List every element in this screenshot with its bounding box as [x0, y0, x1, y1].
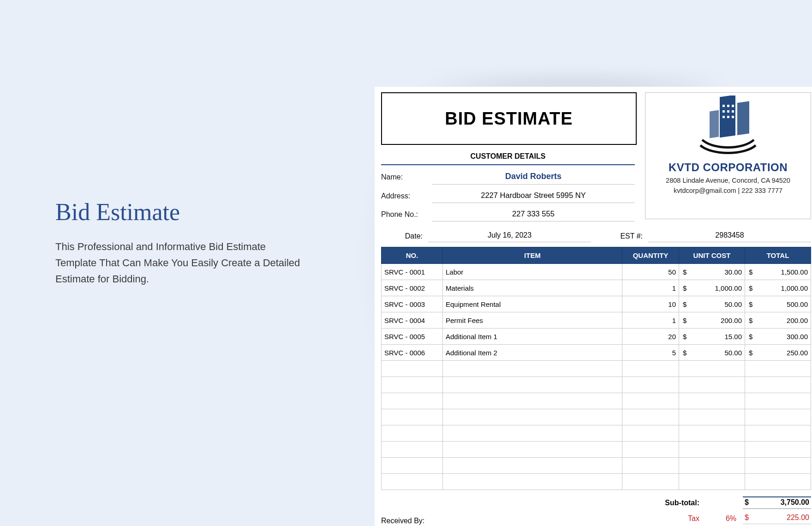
- table-row-empty: [382, 474, 811, 490]
- col-item: ITEM: [443, 247, 622, 264]
- subtotal-value: 3,750.00: [781, 498, 809, 507]
- cell-qty: 5: [622, 345, 679, 361]
- cell-total: $1,500.00: [745, 264, 811, 280]
- table-row-empty: [382, 442, 811, 458]
- col-qty: QUANTITY: [622, 247, 679, 264]
- svg-rect-6: [722, 110, 725, 113]
- customer-header: CUSTOMER DETAILS: [381, 149, 635, 165]
- svg-rect-7: [727, 110, 729, 113]
- cell-qty: 10: [622, 296, 679, 312]
- table-row: SRVC - 0003Equipment Rental10$50.00$500.…: [382, 296, 811, 312]
- label-received: Received By:: [381, 517, 424, 525]
- customer-details: CUSTOMER DETAILS Name: David Roberts Add…: [381, 149, 635, 221]
- currency: $: [745, 514, 749, 522]
- table-row-empty: [382, 458, 811, 474]
- cell-no: SRVC - 0003: [382, 296, 443, 312]
- promo-description: This Professional and Informative Bid Es…: [55, 239, 304, 287]
- svg-rect-2: [710, 110, 719, 138]
- currency: $: [745, 498, 749, 507]
- cell-qty: 20: [622, 329, 679, 345]
- company-address: 2808 Lindale Avenue, Concord, CA 94520: [666, 177, 790, 184]
- table-row-empty: [382, 361, 811, 377]
- cell-no: SRVC - 0006: [382, 345, 443, 361]
- cell-total: $500.00: [745, 296, 811, 312]
- cell-item: Equipment Rental: [443, 296, 622, 312]
- svg-rect-9: [722, 116, 725, 118]
- bid-estimate-document: BID ESTIMATE CUSTOMER DETAILS Name: Davi…: [375, 87, 812, 526]
- col-unit: UNIT COST: [679, 247, 745, 264]
- cell-qty: 50: [622, 264, 679, 280]
- tax-label: Tax: [594, 514, 704, 523]
- company-logo-icon: [691, 96, 765, 160]
- document-title: BID ESTIMATE: [445, 109, 573, 129]
- svg-rect-10: [727, 116, 729, 118]
- cell-no: SRVC - 0002: [382, 280, 443, 296]
- table-row: SRVC - 0004Permit Fees1$200.00$200.00: [382, 312, 811, 329]
- table-row: SRVC - 0002Materials1$1,000.00$1,000.00: [382, 280, 811, 296]
- company-box: KVTD CORPORATION 2808 Lindale Avenue, Co…: [645, 92, 811, 219]
- table-row: SRVC - 0001Labor50$30.00$1,500.00: [382, 264, 811, 280]
- cell-item: Permit Fees: [443, 312, 622, 329]
- label-address: Address:: [381, 192, 432, 200]
- svg-rect-5: [732, 105, 734, 107]
- cell-no: SRVC - 0001: [382, 264, 443, 280]
- cell-unit: $30.00: [679, 264, 745, 280]
- cell-item: Labor: [443, 264, 622, 280]
- label-phone: Phone No.:: [381, 210, 432, 219]
- items-table: NO. ITEM QUANTITY UNIT COST TOTAL SRVC -…: [381, 247, 811, 490]
- cell-item: Additional Item 1: [443, 329, 622, 345]
- table-row: SRVC - 0006Additional Item 25$50.00$250.…: [382, 345, 811, 361]
- cell-no: SRVC - 0005: [382, 329, 443, 345]
- value-date: July 16, 2023: [428, 230, 591, 242]
- customer-name: David Roberts: [432, 170, 635, 185]
- cell-total: $200.00: [745, 312, 811, 329]
- col-no: NO.: [382, 247, 443, 264]
- promo-title: Bid Estimate: [55, 198, 304, 226]
- label-date: Date:: [381, 232, 428, 240]
- table-row-empty: [382, 425, 811, 442]
- cell-unit: $1,000.00: [679, 280, 745, 296]
- cell-total: $1,000.00: [745, 280, 811, 296]
- table-row-empty: [382, 409, 811, 425]
- cell-unit: $50.00: [679, 345, 745, 361]
- promo-panel: Bid Estimate This Professional and Infor…: [55, 198, 304, 287]
- label-est: EST #:: [601, 232, 648, 240]
- cell-qty: 1: [622, 312, 679, 329]
- cell-unit: $15.00: [679, 329, 745, 345]
- company-name: KVTD CORPORATION: [669, 161, 788, 174]
- svg-rect-1: [737, 101, 749, 135]
- table-row: SRVC - 0005Additional Item 120$15.00$300…: [382, 329, 811, 345]
- cell-total: $300.00: [745, 329, 811, 345]
- cell-no: SRVC - 0004: [382, 312, 443, 329]
- label-name: Name:: [381, 173, 432, 181]
- subtotal-label: Sub-total:: [594, 499, 704, 507]
- totals-block: Sub-total: $3,750.00 Tax 6% $225.00 Mate…: [594, 495, 811, 526]
- tax-value: 225.00: [787, 514, 809, 522]
- col-total: TOTAL: [745, 247, 811, 264]
- svg-rect-3: [722, 105, 725, 107]
- value-est: 2983458: [648, 230, 811, 242]
- cell-item: Additional Item 2: [443, 345, 622, 361]
- cell-item: Materials: [443, 280, 622, 296]
- cell-total: $250.00: [745, 345, 811, 361]
- table-row-empty: [382, 377, 811, 393]
- customer-address: 2227 Hardboar Street 5995 NY: [432, 189, 635, 203]
- table-row-empty: [382, 393, 811, 409]
- svg-rect-4: [727, 105, 729, 107]
- cell-qty: 1: [622, 280, 679, 296]
- svg-rect-8: [732, 110, 734, 113]
- svg-rect-11: [732, 116, 734, 118]
- tax-pct: 6%: [704, 514, 743, 523]
- company-contact: kvtdcorp@gmail.com | 222 333 7777: [674, 187, 782, 194]
- document-title-box: BID ESTIMATE: [381, 92, 637, 145]
- cell-unit: $50.00: [679, 296, 745, 312]
- cell-unit: $200.00: [679, 312, 745, 329]
- customer-phone: 227 333 555: [432, 208, 635, 221]
